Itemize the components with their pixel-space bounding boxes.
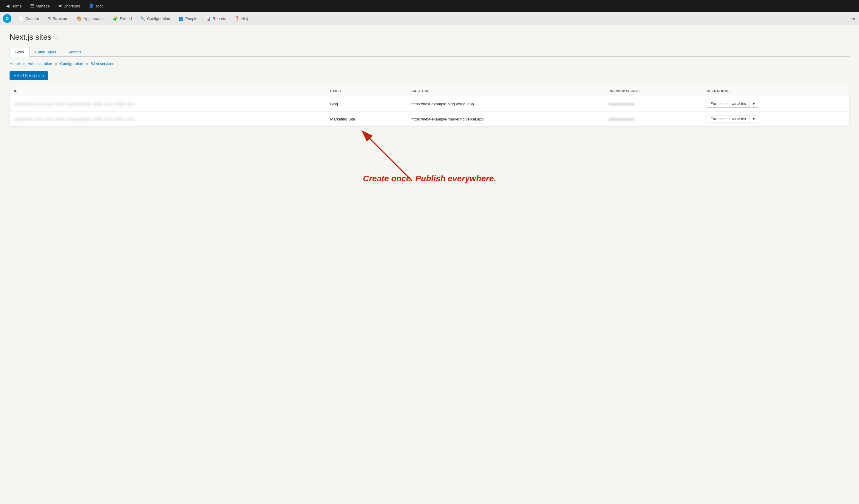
tab-sites[interactable]: Sites [10, 47, 30, 57]
admin-bar-home[interactable]: ◀ Home [2, 0, 25, 12]
add-nextjs-site-button[interactable]: + Add Next.js site [10, 71, 48, 80]
row1-label: Blog [326, 96, 407, 111]
svg-text:D: D [6, 16, 9, 21]
breadcrumb-administration[interactable]: Administration [27, 61, 52, 66]
row2-id: xxxxxxxx-xxxx-xxxx-xxxx-xxxxxxxxxxxx bla… [10, 111, 326, 127]
admin-bar: ◀ Home ☰ Manage ★ Shortcuts 👤 root [0, 0, 859, 12]
structure-icon: ⊞ [47, 16, 51, 21]
row1-base-url: https://next-example-blog.vercel.app [407, 96, 604, 111]
drupal-logo[interactable]: D [1, 13, 13, 25]
col-operations: OPERATIONS [703, 86, 849, 96]
content-icon: 📄 [18, 16, 24, 21]
sites-table: ID LABEL BASE URL PREVIEW SECRET OPERATI… [10, 86, 849, 127]
annotation-area: Create once. Publish everywhere. [10, 130, 849, 189]
user-icon: 👤 [89, 3, 94, 9]
nav-reports[interactable]: 📊 Reports [202, 12, 230, 25]
reports-icon: 📊 [206, 16, 211, 21]
admin-bar-shortcuts[interactable]: ★ Shortcuts [55, 0, 84, 12]
breadcrumb: Home » Administration » Configuration » … [10, 61, 849, 66]
table-body: xxxxxxxx-xxxx-xxxx-xxxx-xxxxxxxxxxxx bla… [10, 96, 849, 127]
table-row: xxxxxxxx-xxxx-xxxx-xxxx-xxxxxxxxxxxx bla… [10, 96, 849, 111]
page-title: Next.js sites [10, 32, 51, 42]
tab-entity-types[interactable]: Entity Types [30, 47, 62, 57]
table-row: xxxxxxxx-xxxx-xxxx-xxxx-xxxxxxxxxxxx bla… [10, 111, 849, 127]
admin-bar-root[interactable]: 👤 root [85, 0, 106, 12]
star-icon: ★ [58, 3, 62, 9]
main-nav: D 📄 Content ⊞ Structure 🎨 Appearance 🧩 E… [0, 12, 859, 25]
row2-operations: Environment variables ▼ [703, 111, 849, 127]
col-base-url: BASE URL [407, 86, 604, 96]
col-id: ID [10, 86, 326, 96]
breadcrumb-web-services[interactable]: Web services [91, 61, 114, 66]
breadcrumb-home[interactable]: Home [10, 61, 20, 66]
row1-ops-dropdown-button[interactable]: ▼ [750, 100, 758, 108]
row1-env-vars-button[interactable]: Environment variables [707, 100, 750, 108]
row1-ops-group: Environment variables ▼ [707, 100, 758, 108]
favorite-icon[interactable]: ☆ [54, 34, 59, 41]
nav-appearance[interactable]: 🎨 Appearance [73, 12, 108, 25]
admin-bar-manage[interactable]: ☰ Manage [27, 0, 54, 12]
nav-people[interactable]: 👥 People [174, 12, 201, 25]
col-preview-secret: PREVIEW SECRET [605, 86, 703, 96]
tabs: Sites Entity Types Settings [10, 47, 849, 57]
nav-right: ⇥ [848, 16, 858, 21]
nav-extend[interactable]: 🧩 Extend [108, 12, 136, 25]
row2-label: Marketing Site [326, 111, 407, 127]
col-label: LABEL [326, 86, 407, 96]
nav-help[interactable]: ❓ Help [230, 12, 254, 25]
row2-preview-secret: xxxxxxxxxxxx [605, 111, 703, 127]
row2-base-url: https://next-example-marketing.vercel.ap… [407, 111, 604, 127]
nav-collapse-button[interactable]: ⇥ [848, 16, 858, 21]
menu-icon: ☰ [30, 3, 34, 9]
appearance-icon: 🎨 [77, 16, 82, 21]
annotation-text: Create once. Publish everywhere. [363, 174, 496, 183]
people-icon: 👥 [178, 16, 183, 21]
table-header: ID LABEL BASE URL PREVIEW SECRET OPERATI… [10, 86, 849, 96]
page-title-row: Next.js sites ☆ [10, 32, 849, 42]
row2-ops-group: Environment variables ▼ [707, 115, 758, 123]
nav-configuration[interactable]: 🔧 Configuration [136, 12, 174, 25]
row1-preview-secret: xxxxxxxxxxxx [605, 96, 703, 111]
row2-ops-dropdown-button[interactable]: ▼ [750, 115, 758, 123]
home-icon: ◀ [6, 3, 10, 9]
tab-settings[interactable]: Settings [62, 47, 87, 57]
breadcrumb-configuration[interactable]: Configuration [60, 61, 83, 66]
row2-env-vars-button[interactable]: Environment variables [707, 115, 750, 123]
row1-operations: Environment variables ▼ [703, 96, 849, 111]
content-area: Next.js sites ☆ Sites Entity Types Setti… [0, 25, 859, 504]
nav-content[interactable]: 📄 Content [14, 12, 43, 25]
drupal-logo-svg: D [3, 14, 12, 23]
nav-structure[interactable]: ⊞ Structure [43, 12, 73, 25]
extend-icon: 🧩 [113, 16, 118, 21]
configuration-icon: 🔧 [140, 16, 145, 21]
row1-id: xxxxxxxx-xxxx-xxxx-xxxx-xxxxxxxxxxxx bla… [10, 96, 326, 111]
help-icon: ❓ [235, 16, 240, 21]
